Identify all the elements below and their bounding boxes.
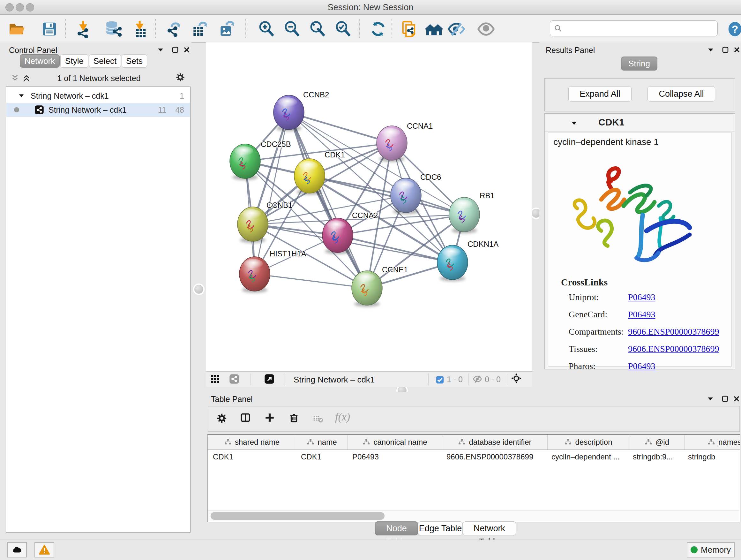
- warnings-button[interactable]: [35, 542, 54, 557]
- table-cell[interactable]: P06493: [347, 450, 441, 464]
- float-panel-icon[interactable]: [705, 45, 716, 55]
- column-header-canonical-name[interactable]: canonical name: [348, 435, 442, 449]
- node-HIST1H1A[interactable]: HIST1H1A: [239, 249, 307, 293]
- float-panel-icon[interactable]: [155, 45, 166, 55]
- edge-CCNA2-CDKN1A[interactable]: [338, 235, 453, 262]
- network-row-selected[interactable]: String Network – cdk1 11 48: [6, 103, 190, 117]
- first-neighbors-button[interactable]: [423, 18, 445, 40]
- selected-checkbox-icon[interactable]: [434, 375, 445, 384]
- save-session-button[interactable]: [39, 18, 60, 40]
- import-table-button[interactable]: [130, 18, 151, 40]
- table-settings-gear-icon[interactable]: [216, 414, 227, 423]
- node-CCNB2[interactable]: CCNB2: [273, 90, 329, 131]
- network-options-gear-icon[interactable]: [175, 72, 186, 82]
- crosslink-value-link[interactable]: P06493: [628, 309, 656, 320]
- tab-node-table[interactable]: Node Table: [375, 521, 418, 536]
- export-image-button[interactable]: [216, 18, 237, 40]
- entry-expander-icon[interactable]: [570, 119, 578, 127]
- grid-view-icon[interactable]: [210, 374, 220, 384]
- close-panel-icon[interactable]: [731, 45, 741, 55]
- column-header-namespace[interactable]: namespace: [685, 435, 740, 449]
- string-network-graph[interactable]: CCNB2CCNA1CDC25BCDK1CDC6RB1CCNB1CCNA2CDK…: [206, 43, 532, 371]
- tab-edge-table[interactable]: Edge Table: [418, 521, 463, 536]
- zoom-out-button[interactable]: [281, 18, 302, 40]
- network-collection-row[interactable]: String Network – cdk1 1: [6, 89, 190, 103]
- table-row[interactable]: CDK1CDK1P064939606.ENSP00000378699cyclin…: [208, 450, 740, 464]
- crosshair-icon[interactable]: [511, 374, 522, 383]
- delete-column-trash-icon[interactable]: [288, 413, 299, 422]
- column-header-shared-name[interactable]: shared name: [208, 435, 296, 449]
- column-header-label: database identifier: [469, 438, 531, 447]
- column-header-description[interactable]: description: [548, 435, 629, 449]
- table-cell[interactable]: CDK1: [208, 450, 296, 464]
- table-cell[interactable]: cyclin–dependent ...: [546, 450, 628, 464]
- node-CDK1[interactable]: CDK1: [294, 150, 345, 195]
- table-cell[interactable]: stringdb: [683, 450, 740, 464]
- crosslink-value-link[interactable]: 9606.ENSP00000378699: [628, 327, 719, 337]
- entry-header[interactable]: CDK1: [545, 114, 735, 132]
- edge-CCNB2-CCNE1[interactable]: [289, 112, 367, 288]
- left-splitter-handle[interactable]: [194, 285, 203, 294]
- show-all-button[interactable]: [475, 18, 496, 40]
- close-panel-icon[interactable]: [181, 45, 192, 55]
- export-network-button[interactable]: [163, 18, 185, 40]
- svg-text:?: ?: [732, 23, 738, 35]
- search-field[interactable]: [550, 20, 718, 37]
- zoom-in-button[interactable]: [256, 18, 277, 40]
- column-header--id[interactable]: @id: [629, 435, 685, 449]
- import-network-button[interactable]: [73, 18, 94, 40]
- show-columns-icon[interactable]: [240, 413, 251, 422]
- network-canvas[interactable]: CCNB2CCNA1CDC25BCDK1CDC6RB1CCNB1CCNA2CDK…: [206, 43, 532, 371]
- results-entry-box: CDK1 cyclin–dependent kinase 1: [544, 113, 735, 369]
- export-table-button[interactable]: [189, 18, 210, 40]
- edge-CCNB2-CCNA1[interactable]: [289, 112, 392, 143]
- node-CDKN1A[interactable]: CDKN1A: [437, 240, 498, 281]
- zoom-selected-button[interactable]: [333, 18, 354, 40]
- tab-network-table[interactable]: Network Table: [463, 521, 516, 536]
- float-panel-icon[interactable]: [705, 394, 716, 403]
- table-cell[interactable]: CDK1: [296, 450, 347, 464]
- collapse-all-button[interactable]: Collapse All: [648, 86, 715, 102]
- crosslink-value-link[interactable]: 9606.ENSP00000378699: [628, 344, 719, 354]
- zoom-fit-button[interactable]: [307, 18, 328, 40]
- memory-button[interactable]: Memory: [687, 542, 735, 557]
- edge-HIST1H1A-CCNE1[interactable]: [255, 274, 367, 288]
- network-birds-eye-icon[interactable]: [229, 374, 240, 384]
- tab-style[interactable]: Style: [60, 54, 88, 68]
- tab-sets[interactable]: Sets: [122, 54, 147, 68]
- maximize-panel-icon[interactable]: [720, 45, 731, 55]
- crosslink-value-link[interactable]: P06493: [628, 361, 656, 371]
- expand-all-button[interactable]: Expand All: [568, 86, 631, 102]
- collapse-all-tree-icon[interactable]: [10, 73, 20, 83]
- tab-select[interactable]: Select: [89, 54, 121, 68]
- expand-all-tree-icon[interactable]: [21, 73, 32, 83]
- node-RB1[interactable]: RB1: [449, 191, 495, 233]
- crosslink-value-link[interactable]: P06493: [628, 292, 656, 302]
- column-header-database-identifier[interactable]: database identifier: [442, 435, 548, 449]
- help-button[interactable]: ?: [724, 18, 741, 40]
- close-panel-icon[interactable]: [731, 394, 741, 403]
- database-import-icon: [104, 20, 123, 38]
- scrollbar-thumb[interactable]: [211, 512, 385, 520]
- table-cell[interactable]: stringdb:9...: [628, 450, 683, 464]
- node-table[interactable]: shared namenamecanonical namedatabase id…: [207, 434, 740, 522]
- tree-expander-icon[interactable]: [18, 92, 25, 99]
- maximize-panel-icon[interactable]: [170, 45, 181, 55]
- detach-view-icon[interactable]: [264, 374, 275, 384]
- table-cell[interactable]: 9606.ENSP00000378699: [441, 450, 546, 464]
- apply-layout-button[interactable]: [367, 18, 389, 40]
- tab-string[interactable]: String: [621, 57, 657, 71]
- search-input[interactable]: [565, 23, 718, 33]
- create-column-plus-icon[interactable]: [264, 413, 275, 422]
- column-tree-icon: [458, 438, 466, 446]
- hide-selected-button[interactable]: [446, 18, 467, 40]
- node-CDC6[interactable]: CDC6: [391, 173, 441, 214]
- cloud-status-button[interactable]: [7, 542, 27, 557]
- maximize-panel-icon[interactable]: [720, 394, 731, 403]
- import-network-from-database-button[interactable]: [103, 18, 124, 40]
- tab-network[interactable]: Network: [20, 54, 60, 68]
- table-horizontal-scrollbar[interactable]: [208, 510, 739, 521]
- copy-network-view-button[interactable]: [399, 18, 420, 40]
- open-session-button[interactable]: [6, 18, 27, 40]
- column-header-name[interactable]: name: [296, 435, 348, 449]
